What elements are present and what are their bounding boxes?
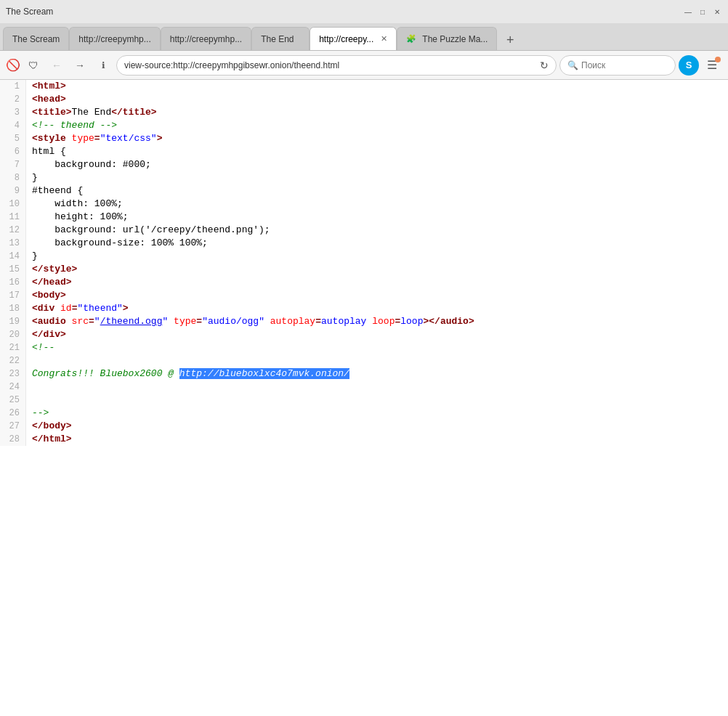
nav-bar: 🚫 🛡 ← → ℹ view-source:http://creepymhpgi… xyxy=(0,51,728,80)
highlighted-url[interactable]: http://blueboxlxc4o7mvk.onion/ xyxy=(179,368,349,379)
back-button[interactable]: ← xyxy=(46,55,67,76)
security-icon[interactable]: 🚫 xyxy=(6,58,20,72)
tab-creepy-1-label: http://creepymhp... xyxy=(78,34,150,44)
source-line-24: 24 xyxy=(0,381,728,394)
source-line-22: 22 xyxy=(0,354,728,367)
source-line-3: 3 <title>The End</title> xyxy=(0,106,728,119)
minimize-button[interactable]: — xyxy=(683,7,693,17)
tab-puzzle-label: The Puzzle Ma... xyxy=(422,34,488,44)
tab-close-icon[interactable]: ✕ xyxy=(381,34,387,44)
tab-the-scream[interactable]: The Scream xyxy=(3,27,69,50)
source-line-5: 5 <style type="text/css"> xyxy=(0,132,728,145)
shield-button[interactable]: 🛡 xyxy=(23,55,44,76)
maximize-button[interactable]: □ xyxy=(697,7,708,17)
address-bar[interactable]: view-source:http://creepymhpgibsewr.onio… xyxy=(116,55,557,76)
source-line-13: 13 background-size: 100% 100%; xyxy=(0,237,728,250)
source-line-6: 6 html { xyxy=(0,145,728,158)
source-line-20: 20 </div> xyxy=(0,328,728,341)
search-icon: 🔍 xyxy=(567,60,578,70)
tab-bar: The Scream http://creepymhp... http://cr… xyxy=(0,23,728,51)
source-line-25: 25 xyxy=(0,394,728,407)
source-line-28: 28 </html> xyxy=(0,433,728,446)
source-line-12: 12 background: url('/creepy/theend.png')… xyxy=(0,224,728,237)
menu-badge xyxy=(715,57,721,62)
tab-puzzle-favicon: 🧩 xyxy=(406,34,416,44)
tab-creepy-1[interactable]: http://creepymhp... xyxy=(69,27,160,50)
source-line-9: 9 #theend { xyxy=(0,184,728,198)
source-line-17: 17 <body> xyxy=(0,289,728,302)
new-tab-button[interactable]: + xyxy=(500,30,520,50)
info-button[interactable]: ℹ xyxy=(93,55,113,76)
forward-button[interactable]: → xyxy=(70,55,90,76)
title-bar: The Scream — □ ✕ xyxy=(0,0,728,23)
search-bar[interactable]: 🔍 xyxy=(559,55,676,76)
url-text: view-source:http://creepymhpgibsewr.onio… xyxy=(124,60,537,70)
menu-button[interactable]: ☰ xyxy=(702,55,722,76)
source-line-10: 10 width: 100%; xyxy=(0,198,728,211)
source-line-27: 27 </body> xyxy=(0,420,728,433)
close-button[interactable]: ✕ xyxy=(712,7,722,17)
source-line-2: 2 <head> xyxy=(0,93,728,106)
browser-window: The Scream — □ ✕ The Scream http://creep… xyxy=(0,0,728,716)
window-controls: — □ ✕ xyxy=(683,7,722,17)
search-input[interactable] xyxy=(581,60,668,70)
source-line-7: 7 background: #000; xyxy=(0,158,728,171)
tab-creepy-2[interactable]: http://creepymhp... xyxy=(161,27,251,50)
tab-the-end-label: The End xyxy=(261,34,294,44)
source-line-4: 4 <!-- theend --> xyxy=(0,119,728,132)
tab-creepy-active[interactable]: http://creepy... ✕ xyxy=(310,27,397,50)
source-line-8: 8 } xyxy=(0,171,728,184)
source-line-18: 18 <div id="theend"> xyxy=(0,302,728,315)
window-title: The Scream xyxy=(6,7,53,17)
source-line-1: 1 <html> xyxy=(0,80,728,93)
tab-puzzle[interactable]: 🧩 The Puzzle Ma... xyxy=(397,27,497,50)
tab-creepy-active-label: http://creepy... xyxy=(319,34,373,44)
skype-icon[interactable]: S xyxy=(679,55,699,76)
source-line-14: 14 } xyxy=(0,250,728,263)
source-line-21: 21 <!-- xyxy=(0,341,728,354)
source-view[interactable]: 1 <html> 2 <head> 3 <title>The End</titl… xyxy=(0,80,728,716)
tab-the-scream-label: The Scream xyxy=(12,34,60,44)
tab-creepy-2-label: http://creepymhp... xyxy=(170,34,242,44)
tab-the-end[interactable]: The End xyxy=(251,27,310,50)
source-line-16: 16 </head> xyxy=(0,276,728,289)
source-line-26: 26 --> xyxy=(0,407,728,420)
source-line-23: 23 Congrats!!! Bluebox2600 @ http://blue… xyxy=(0,367,728,381)
source-line-11: 11 height: 100%; xyxy=(0,211,728,224)
source-line-15: 15 </style> xyxy=(0,263,728,276)
source-line-19: 19 <audio src="/theend.ogg" type="audio/… xyxy=(0,315,728,328)
refresh-icon[interactable]: ↻ xyxy=(540,60,549,71)
